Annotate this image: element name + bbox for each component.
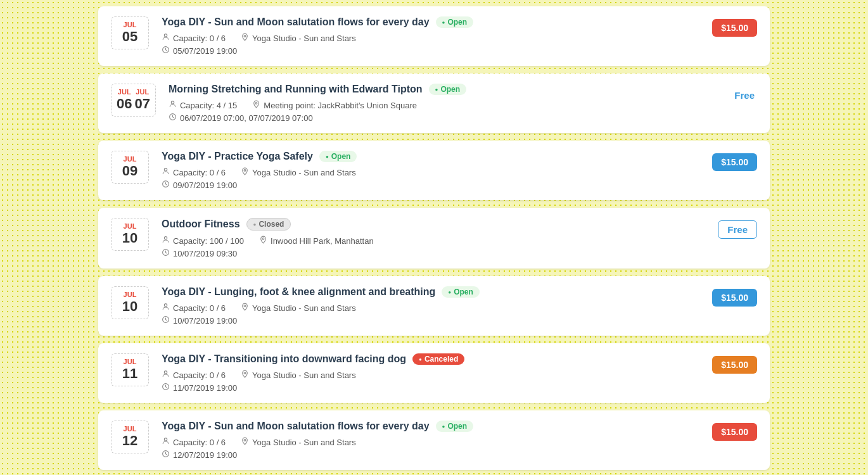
datetime-item: 05/07/2019 19:00 — [162, 46, 237, 56]
status-badge: Closed — [246, 218, 291, 231]
svg-point-19 — [244, 440, 246, 441]
event-meta-time: 10/07/2019 09:30 — [162, 248, 705, 258]
price-button[interactable]: $15.00 — [712, 423, 757, 441]
price-button[interactable]: $15.00 — [712, 289, 757, 307]
event-meta: Capacity: 4 / 15 Meeting point: JackRabb… — [169, 100, 719, 110]
capacity-label: Capacity: 0 / 6 — [173, 370, 226, 380]
price-tag: $15.00 — [712, 151, 757, 171]
event-month2: JUL — [136, 88, 149, 96]
event-info: Yoga DIY - Transitioning into downward f… — [162, 353, 699, 393]
svg-point-10 — [262, 238, 264, 240]
event-card[interactable]: JUL 10 Outdoor Fitness Closed Capacity: … — [98, 208, 770, 269]
event-card[interactable]: JUL 12 Yoga DIY - Sun and Moon salutatio… — [98, 410, 770, 470]
svg-point-15 — [164, 371, 167, 374]
price-tag: $15.00 — [712, 286, 757, 307]
clock-icon — [162, 248, 170, 258]
datetime-label: 06/07/2019 07:00, 07/07/2019 07:00 — [180, 113, 313, 123]
location-label: Meeting point: JackRabbit's Union Square — [264, 101, 417, 110]
svg-point-18 — [164, 438, 167, 441]
date-badge: JUL 06 JUL 07 — [111, 84, 156, 117]
datetime-item: 12/07/2019 19:00 — [162, 450, 237, 460]
event-title: Morning Stretching and Running with Edwa… — [169, 84, 423, 95]
event-title: Outdoor Fitness — [162, 218, 240, 230]
price-tag: $15.00 — [712, 353, 757, 374]
capacity-item: Capacity: 100 / 100 — [162, 236, 244, 246]
clock-icon — [162, 315, 170, 326]
capacity-item: Capacity: 0 / 6 — [162, 33, 226, 43]
event-title-row: Yoga DIY - Transitioning into downward f… — [162, 353, 699, 365]
event-month: JUL — [124, 155, 137, 163]
event-card[interactable]: JUL 10 Yoga DIY - Lunging, foot & knee a… — [98, 276, 770, 336]
price-button[interactable]: $15.00 — [712, 153, 757, 171]
event-meta-time: 10/07/2019 19:00 — [162, 315, 699, 326]
date-badge: JUL 05 — [111, 16, 149, 49]
price-button[interactable]: $15.00 — [712, 19, 757, 37]
location-label: Yoga Studio - Sun and Stars — [252, 438, 356, 447]
svg-point-12 — [164, 304, 167, 307]
location-icon — [241, 370, 249, 380]
event-month: JUL — [124, 222, 137, 230]
event-info: Yoga DIY - Sun and Moon salutation flows… — [162, 16, 699, 56]
event-card[interactable]: JUL 06 JUL 07 Morning Stretching and Run… — [98, 73, 770, 133]
datetime-label: 05/07/2019 19:00 — [173, 46, 237, 56]
clock-icon — [162, 46, 170, 56]
datetime-item: 06/07/2019 07:00, 07/07/2019 07:00 — [169, 113, 313, 123]
location-icon — [241, 437, 249, 447]
person-icon — [162, 303, 170, 313]
event-meta: Capacity: 0 / 6 Yoga Studio - Sun and St… — [162, 370, 699, 380]
event-day: 05 — [122, 28, 137, 45]
location-item: Yoga Studio - Sun and Stars — [241, 303, 356, 313]
location-item: Inwood Hill Park, Manhattan — [259, 236, 374, 246]
event-meta-time: 12/07/2019 19:00 — [162, 450, 699, 460]
event-title-row: Outdoor Fitness Closed — [162, 218, 705, 231]
price-button[interactable]: $15.00 — [712, 356, 757, 374]
status-badge: Open — [442, 286, 480, 298]
capacity-label: Capacity: 0 / 6 — [173, 438, 226, 447]
svg-point-7 — [244, 170, 246, 172]
capacity-label: Capacity: 4 / 15 — [180, 101, 237, 110]
clock-icon — [162, 383, 170, 393]
capacity-label: Capacity: 0 / 6 — [173, 168, 226, 177]
location-icon — [241, 303, 249, 313]
event-meta: Capacity: 0 / 6 Yoga Studio - Sun and St… — [162, 437, 699, 447]
event-card[interactable]: JUL 11 Yoga DIY - Transitioning into dow… — [98, 343, 770, 403]
clock-icon — [162, 450, 170, 460]
event-title-row: Yoga DIY - Practice Yoga Safely Open — [162, 151, 699, 162]
event-day: 10 — [122, 298, 137, 315]
price-label: Free — [718, 220, 757, 239]
location-item: Yoga Studio - Sun and Stars — [241, 437, 356, 447]
datetime-item: 11/07/2019 19:00 — [162, 383, 237, 393]
svg-point-13 — [244, 305, 246, 307]
event-card[interactable]: JUL 05 Yoga DIY - Sun and Moon salutatio… — [98, 6, 770, 66]
event-day: 12 — [122, 433, 137, 449]
capacity-label: Capacity: 100 / 100 — [173, 236, 244, 246]
location-item: Meeting point: JackRabbit's Union Square — [252, 100, 417, 110]
datetime-item: 10/07/2019 19:00 — [162, 315, 237, 326]
svg-point-3 — [171, 101, 174, 104]
date-badge: JUL 10 — [111, 218, 149, 251]
location-icon — [259, 236, 267, 246]
date-badge: JUL 09 — [111, 151, 149, 184]
status-badge: Open — [436, 421, 474, 432]
capacity-item: Capacity: 0 / 6 — [162, 437, 226, 447]
svg-point-16 — [244, 372, 246, 374]
event-meta: Capacity: 0 / 6 Yoga Studio - Sun and St… — [162, 167, 699, 177]
datetime-label: 09/07/2019 19:00 — [173, 180, 237, 190]
event-month: JUL — [124, 291, 137, 298]
event-card[interactable]: JUL 09 Yoga DIY - Practice Yoga Safely O… — [98, 141, 770, 200]
date-badge: JUL 10 — [111, 286, 149, 319]
event-title-row: Morning Stretching and Running with Edwa… — [169, 84, 719, 95]
svg-point-0 — [164, 34, 167, 37]
event-meta: Capacity: 100 / 100 Inwood Hill Park, Ma… — [162, 236, 705, 246]
svg-point-4 — [255, 103, 257, 104]
event-meta: Capacity: 0 / 6 Yoga Studio - Sun and St… — [162, 303, 699, 313]
location-icon — [241, 167, 249, 177]
event-title: Yoga DIY - Sun and Moon salutation flows… — [162, 16, 430, 28]
event-month: JUL — [124, 425, 137, 433]
event-day: 09 — [122, 163, 137, 179]
capacity-item: Capacity: 0 / 6 — [162, 167, 226, 177]
datetime-label: 10/07/2019 19:00 — [173, 316, 237, 326]
event-info: Morning Stretching and Running with Edwa… — [169, 84, 719, 123]
location-item: Yoga Studio - Sun and Stars — [241, 33, 356, 43]
event-month: JUL — [118, 88, 131, 96]
